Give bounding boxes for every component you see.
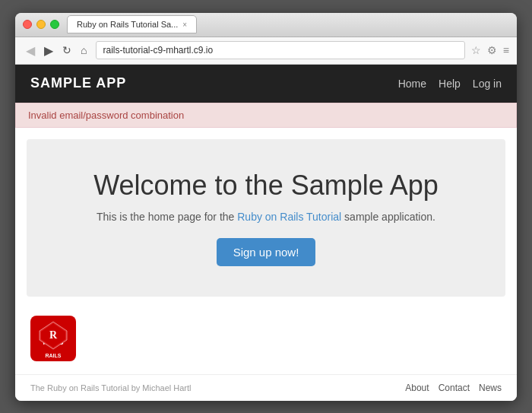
- hero-title: Welcome to the Sample App: [49, 170, 483, 202]
- svg-text:R: R: [49, 329, 58, 341]
- forward-button[interactable]: ▶: [41, 42, 56, 59]
- app-footer: The Ruby on Rails Tutorial by Michael Ha…: [15, 374, 517, 401]
- footer-link-contact[interactable]: Contact: [439, 383, 470, 393]
- alert-message: Invalid email/password combination: [15, 103, 517, 128]
- settings-icon[interactable]: ⚙: [487, 44, 497, 56]
- nav-link-help[interactable]: Help: [439, 78, 461, 90]
- app-navbar: SAMPLE APP Home Help Log in: [15, 65, 517, 103]
- url-bar[interactable]: rails-tutorial-c9-mhartl.c9.io: [96, 41, 464, 59]
- nav-buttons: ◀ ▶ ↻ ⌂: [23, 42, 90, 59]
- bookmark-icon[interactable]: ☆: [471, 44, 481, 56]
- footer-link-about[interactable]: About: [405, 383, 429, 393]
- hero-subtitle: This is the home page for the Ruby on Ra…: [49, 211, 483, 223]
- svg-text:RAILS: RAILS: [46, 353, 62, 358]
- refresh-button[interactable]: ↻: [59, 43, 74, 58]
- address-icons: ☆ ⚙ ≡: [471, 44, 509, 56]
- url-text: rails-tutorial-c9-mhartl.c9.io: [103, 45, 213, 56]
- browser-content: SAMPLE APP Home Help Log in Invalid emai…: [15, 65, 517, 401]
- nav-link-home[interactable]: Home: [398, 78, 426, 90]
- rails-logo-section: RAILS R RAILS: [15, 308, 517, 372]
- back-button[interactable]: ◀: [23, 42, 38, 59]
- footer-link-news[interactable]: News: [479, 383, 502, 393]
- signup-button[interactable]: Sign up now!: [217, 238, 316, 266]
- subtitle-after: sample application.: [341, 211, 435, 223]
- close-button[interactable]: [23, 20, 32, 29]
- browser-window: Ruby on Rails Tutorial Sa... × ◀ ▶ ↻ ⌂ r…: [15, 13, 517, 401]
- traffic-lights: [23, 20, 59, 29]
- menu-icon[interactable]: ≡: [503, 44, 509, 56]
- maximize-button[interactable]: [50, 20, 59, 29]
- subtitle-before: This is the home page for the: [97, 211, 237, 223]
- rails-logo: RAILS R RAILS: [30, 316, 76, 361]
- browser-tab[interactable]: Ruby on Rails Tutorial Sa... ×: [67, 15, 197, 33]
- home-button[interactable]: ⌂: [78, 43, 90, 58]
- app-brand[interactable]: SAMPLE APP: [30, 75, 126, 91]
- app-nav-links: Home Help Log in: [398, 78, 502, 90]
- footer-links: About Contact News: [405, 383, 502, 393]
- hero-section: Welcome to the Sample App This is the ho…: [27, 139, 505, 297]
- tab-title: Ruby on Rails Tutorial Sa...: [77, 20, 178, 29]
- footer-text: The Ruby on Rails Tutorial by Michael Ha…: [30, 383, 192, 392]
- tab-close-button[interactable]: ×: [182, 21, 187, 29]
- alert-text: Invalid email/password combination: [28, 110, 184, 121]
- title-bar: Ruby on Rails Tutorial Sa... ×: [15, 13, 517, 37]
- subtitle-link[interactable]: Ruby on Rails Tutorial: [237, 211, 341, 223]
- minimize-button[interactable]: [36, 20, 46, 29]
- address-bar: ◀ ▶ ↻ ⌂ rails-tutorial-c9-mhartl.c9.io ☆…: [15, 37, 517, 65]
- nav-link-login[interactable]: Log in: [473, 78, 502, 90]
- tab-bar: Ruby on Rails Tutorial Sa... ×: [67, 15, 503, 33]
